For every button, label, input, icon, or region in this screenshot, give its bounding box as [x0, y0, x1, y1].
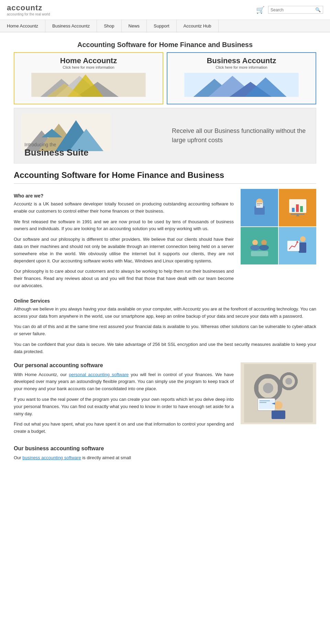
who-para-3: Our software and our philosophy is diffe… — [14, 236, 234, 264]
online-para-1: Although we believe in you always having… — [14, 306, 316, 320]
suite-banner[interactable]: Introducing the Business Suite Receive a… — [14, 108, 316, 163]
header-right: 🛒 🔍 — [256, 6, 323, 14]
svg-rect-49 — [295, 379, 298, 383]
svg-rect-34 — [299, 242, 306, 253]
home-accountz-banner[interactable]: Home Accountz Click here for more inform… — [14, 52, 163, 104]
nav-news[interactable]: News — [122, 20, 147, 32]
svg-rect-32 — [251, 251, 268, 256]
nav-business-accountz[interactable]: Business Accountz — [45, 20, 97, 32]
personal-para-3: Find out what you have spent, what you h… — [14, 421, 234, 435]
logo-area: accountz accounting for the real world — [7, 3, 50, 16]
business-banner-sub: Click here for more information — [216, 65, 267, 69]
business-banner-mountains — [171, 73, 312, 100]
svg-rect-24 — [296, 204, 299, 212]
svg-rect-55 — [260, 402, 266, 403]
header: accountz accounting for the real world 🛒… — [0, 0, 330, 20]
svg-rect-23 — [292, 208, 295, 212]
svg-rect-54 — [260, 400, 270, 401]
personal-para-2: If you want to use the real power of the… — [14, 396, 234, 417]
svg-rect-21 — [257, 205, 260, 205]
nav-shop[interactable]: Shop — [97, 20, 121, 32]
business-illustration — [241, 189, 316, 264]
svg-rect-47 — [287, 387, 291, 390]
svg-rect-25 — [300, 206, 303, 212]
nav-accountz-hub[interactable]: Accountz Hub — [177, 20, 219, 32]
svg-rect-40 — [265, 374, 271, 379]
online-para-2: You can do all of this and at the same t… — [14, 323, 316, 338]
svg-point-29 — [261, 240, 267, 245]
svg-point-28 — [252, 240, 258, 245]
logo-tagline: accounting for the real world — [7, 12, 50, 16]
svg-rect-20 — [257, 203, 262, 204]
svg-point-45 — [285, 378, 292, 385]
svg-point-31 — [259, 245, 269, 250]
search-input[interactable] — [271, 8, 315, 12]
home-banner-sub: Click here for more information — [63, 65, 114, 69]
suite-left: Introducing the Business Suite — [14, 108, 165, 163]
svg-point-30 — [250, 245, 260, 250]
svg-rect-51 — [272, 410, 285, 419]
business-heading: Our business accounting software — [14, 445, 316, 452]
online-services-section: Online Services Although we believe in y… — [14, 298, 316, 355]
main-content: Accounting Software for Home Finance and… — [7, 32, 323, 468]
personal-image — [241, 362, 316, 439]
banner-row: Home Accountz Click here for more inform… — [14, 52, 316, 104]
who-para-4: Our philosophy is to care about our cust… — [14, 268, 234, 289]
home-banner-mountains — [18, 73, 159, 100]
personal-section: Our personal accounting software With Ho… — [14, 362, 316, 439]
content-heading: Accounting Software for Home Finance and… — [14, 170, 316, 184]
svg-point-50 — [274, 401, 283, 409]
who-heading: Who are we? — [14, 193, 234, 199]
svg-point-39 — [263, 383, 273, 393]
illus-person — [241, 189, 278, 226]
svg-rect-48 — [280, 379, 283, 383]
who-para-2: We first released the software in 1991 a… — [14, 218, 234, 233]
suite-desc: Receive all our Business functionality w… — [172, 127, 306, 144]
online-para-3: You can be confident that your data is s… — [14, 341, 316, 355]
nav-home-accountz[interactable]: Home Accountz — [0, 20, 45, 32]
home-banner-title: Home Accountz — [60, 56, 117, 65]
who-para-1: Accountz is a UK based software develope… — [14, 201, 234, 215]
suite-right: Receive all our Business functionality w… — [165, 121, 316, 150]
svg-point-33 — [300, 236, 306, 242]
illus-chat — [241, 227, 278, 264]
business-accountz-banner[interactable]: Business Accountz Click here for more in… — [167, 52, 316, 104]
illus-chart — [279, 189, 316, 226]
svg-rect-42 — [254, 385, 258, 391]
personal-heading: Our personal accounting software — [14, 362, 234, 369]
business-section: Our business accounting software Our bus… — [14, 445, 316, 462]
logo-text[interactable]: accountz — [7, 3, 50, 12]
personal-para-1: With Home Accountz, our personal account… — [14, 371, 234, 393]
nav-support[interactable]: Support — [147, 20, 177, 32]
personal-text: Our personal accounting software With Ho… — [14, 362, 234, 439]
who-section: Who are we? Accountz is a UK based softw… — [14, 189, 316, 293]
illus-presenter — [279, 227, 316, 264]
svg-rect-46 — [287, 372, 291, 375]
svg-rect-43 — [278, 385, 282, 391]
business-banner-title: Business Accountz — [207, 56, 276, 65]
business-accounting-link[interactable]: business accounting software — [22, 455, 81, 460]
gear-illustration — [241, 362, 316, 424]
who-image — [241, 189, 316, 293]
cart-icon[interactable]: 🛒 — [256, 6, 265, 14]
who-text: Who are we? Accountz is a UK based softw… — [14, 189, 234, 293]
page-title: Accounting Software for Home Finance and… — [14, 41, 316, 49]
business-para-1: Our business accounting software is dire… — [14, 454, 316, 462]
main-nav: Home Accountz Business Accountz Shop New… — [0, 20, 330, 32]
personal-accounting-link[interactable]: personal accounting software — [69, 372, 129, 377]
online-heading: Online Services — [14, 298, 316, 304]
search-bar: 🔍 — [268, 6, 323, 14]
search-button[interactable]: 🔍 — [315, 7, 321, 12]
